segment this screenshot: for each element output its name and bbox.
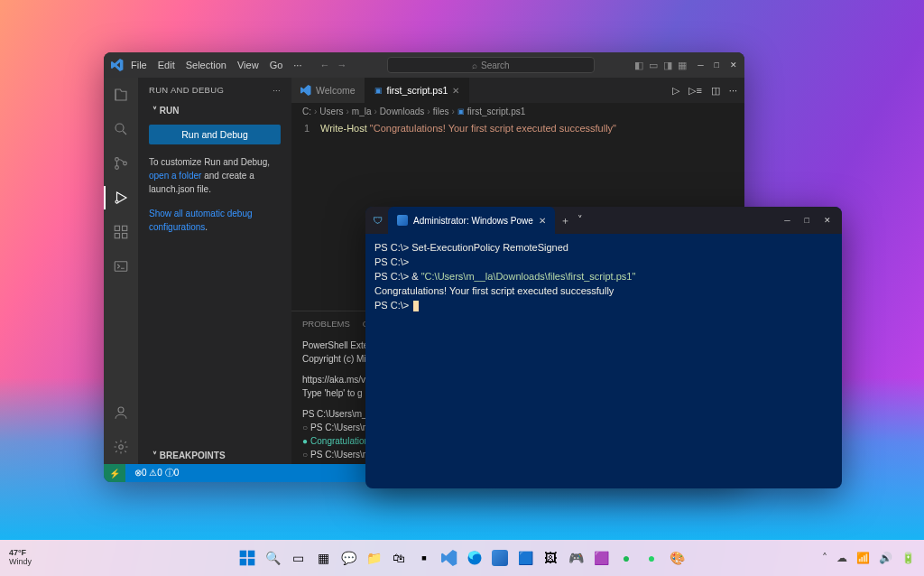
menu-more[interactable]: ··· bbox=[293, 60, 301, 70]
svg-point-2 bbox=[116, 166, 119, 170]
run-file-icon[interactable]: ▷ bbox=[672, 85, 679, 97]
run-section-header[interactable]: RUN bbox=[138, 102, 291, 119]
search-placeholder: Search bbox=[481, 60, 510, 70]
minimize-icon[interactable]: ─ bbox=[698, 60, 703, 70]
svg-rect-5 bbox=[115, 226, 119, 230]
svg-point-1 bbox=[116, 158, 119, 162]
chevron-up-icon[interactable]: ˄ bbox=[822, 552, 827, 564]
windows-taskbar[interactable]: 47°F Windy 🔍 ▭ ▦ 💬 📁 🛍 ▪ 🟦 🖼 🎮 🟪 ● ● 🎨 ˄… bbox=[0, 540, 924, 576]
task-view-icon[interactable]: ▭ bbox=[287, 547, 309, 569]
split-editor-icon[interactable]: ◫ bbox=[711, 85, 720, 97]
menu-file[interactable]: File bbox=[131, 60, 147, 70]
toggle-panel-bottom-icon[interactable]: ▭ bbox=[649, 60, 658, 71]
new-tab-icon[interactable]: ＋ bbox=[560, 214, 570, 228]
tab-label: first_script.ps1 bbox=[387, 85, 448, 96]
powershell-ext-icon[interactable] bbox=[111, 256, 131, 276]
run-and-debug-button[interactable]: Run and Debug bbox=[149, 125, 281, 144]
store-icon[interactable]: 🛍 bbox=[388, 547, 410, 569]
problems-status[interactable]: ⊗0 ⚠0 ⓘ0 bbox=[134, 467, 179, 479]
paint-icon[interactable]: 🎨 bbox=[666, 547, 688, 569]
run-debug-sidebar: RUN AND DEBUG··· RUN Run and Debug To cu… bbox=[138, 78, 291, 464]
maximize-icon[interactable]: □ bbox=[805, 216, 809, 225]
widgets-icon[interactable]: ▦ bbox=[312, 547, 334, 569]
svg-point-0 bbox=[116, 124, 124, 132]
spotify-icon[interactable]: ● bbox=[615, 547, 637, 569]
search-taskbar-icon[interactable]: 🔍 bbox=[262, 547, 283, 569]
chat-icon[interactable]: 💬 bbox=[337, 547, 359, 569]
svg-rect-8 bbox=[123, 226, 127, 230]
nav-arrows: ← → bbox=[319, 60, 346, 70]
menu-view[interactable]: View bbox=[237, 60, 259, 70]
explorer-icon[interactable] bbox=[111, 85, 131, 105]
menu-edit[interactable]: Edit bbox=[158, 60, 175, 70]
system-tray[interactable]: ˄ ☁ 📶 🔊 🔋 bbox=[822, 552, 915, 564]
layout-controls: ◧ ▭ ◨ ▦ bbox=[634, 60, 687, 71]
explorer-taskbar-icon[interactable]: 📁 bbox=[363, 547, 384, 569]
start-button[interactable] bbox=[236, 547, 258, 569]
wifi-icon[interactable]: 📶 bbox=[856, 552, 870, 564]
terminal-taskbar-icon[interactable]: ▪ bbox=[413, 547, 435, 569]
terminal-titlebar[interactable]: 🛡 Administrator: Windows Powe ✕ ＋ ˅ ─ □ … bbox=[365, 207, 842, 234]
nav-back-icon[interactable]: ← bbox=[319, 60, 329, 70]
search-activity-icon[interactable] bbox=[111, 119, 131, 139]
whatsapp-icon[interactable]: ● bbox=[641, 547, 662, 569]
tab-first-script[interactable]: ▣ first_script.ps1 ✕ bbox=[365, 78, 470, 103]
maximize-icon[interactable]: □ bbox=[715, 60, 719, 70]
terminal-tab[interactable]: Administrator: Windows Powe ✕ bbox=[388, 207, 555, 234]
powershell-icon bbox=[397, 215, 408, 226]
accounts-icon[interactable] bbox=[111, 403, 131, 423]
terminal-output[interactable]: PS C:\> Set-ExecutionPolicy RemoteSigned… bbox=[365, 234, 842, 488]
close-icon[interactable]: ✕ bbox=[730, 60, 737, 70]
windows-terminal-window: 🛡 Administrator: Windows Powe ✕ ＋ ˅ ─ □ … bbox=[365, 207, 842, 488]
tab-label: Welcome bbox=[316, 85, 356, 96]
extensions-icon[interactable] bbox=[111, 222, 131, 242]
toggle-panel-left-icon[interactable]: ◧ bbox=[634, 60, 643, 71]
powershell-file-icon: ▣ bbox=[374, 86, 383, 95]
sidebar-more-icon[interactable]: ··· bbox=[273, 85, 281, 95]
run-selection-icon[interactable]: ▷≡ bbox=[688, 85, 701, 97]
settings-gear-icon[interactable] bbox=[111, 437, 131, 457]
svg-rect-6 bbox=[115, 234, 119, 238]
open-folder-link[interactable]: open a folder bbox=[149, 171, 201, 181]
svg-rect-7 bbox=[123, 234, 127, 238]
close-icon[interactable]: ✕ bbox=[824, 216, 831, 225]
customize-layout-icon[interactable]: ▦ bbox=[678, 60, 687, 71]
vscode-logo-icon bbox=[111, 59, 124, 71]
breakpoints-section[interactable]: BREAKPOINTS bbox=[138, 447, 291, 464]
menu-go[interactable]: Go bbox=[270, 60, 283, 70]
clipchamp-icon[interactable]: 🟪 bbox=[590, 547, 612, 569]
xbox-icon[interactable]: 🎮 bbox=[565, 547, 587, 569]
edge-icon[interactable] bbox=[464, 547, 485, 569]
battery-icon[interactable]: 🔋 bbox=[901, 552, 915, 564]
app-icon[interactable]: 🟦 bbox=[514, 547, 536, 569]
powershell-taskbar-icon[interactable] bbox=[489, 547, 511, 569]
vscode-taskbar-icon[interactable] bbox=[439, 547, 460, 569]
breadcrumb[interactable]: C:› Users› m_la› Downloads› files› ▣ fir… bbox=[291, 103, 744, 119]
svg-rect-9 bbox=[115, 262, 127, 272]
panel-tab-problems[interactable]: PROBLEMS bbox=[302, 319, 350, 329]
line-number: 1 bbox=[291, 123, 320, 134]
vscode-titlebar[interactable]: File Edit Selection View Go ··· ← → ⌕ Se… bbox=[104, 52, 744, 78]
more-actions-icon[interactable]: ··· bbox=[729, 85, 737, 96]
nav-forward-icon[interactable]: → bbox=[337, 60, 346, 70]
show-all-configs-link[interactable]: Show all automatic debug configurations bbox=[149, 209, 253, 232]
weather-widget[interactable]: 47°F Windy bbox=[9, 549, 32, 567]
search-input[interactable]: ⌕ Search bbox=[387, 57, 595, 73]
toggle-panel-right-icon[interactable]: ◨ bbox=[663, 60, 672, 71]
volume-icon[interactable]: 🔊 bbox=[879, 552, 892, 564]
terminal-tab-label: Administrator: Windows Powe bbox=[413, 216, 533, 226]
close-tab-icon[interactable]: ✕ bbox=[452, 86, 459, 96]
source-control-icon[interactable] bbox=[111, 153, 131, 173]
tab-dropdown-icon[interactable]: ˅ bbox=[578, 214, 583, 228]
svg-point-10 bbox=[118, 407, 124, 413]
svg-point-3 bbox=[124, 162, 127, 165]
run-debug-icon[interactable] bbox=[111, 188, 131, 208]
photos-icon[interactable]: 🖼 bbox=[540, 547, 561, 569]
remote-icon[interactable]: ⚡ bbox=[104, 464, 125, 482]
close-terminal-tab-icon[interactable]: ✕ bbox=[539, 216, 546, 226]
minimize-icon[interactable]: ─ bbox=[784, 216, 790, 225]
onedrive-icon[interactable]: ☁ bbox=[836, 552, 847, 564]
menu-bar: File Edit Selection View Go ··· bbox=[131, 60, 301, 70]
tab-welcome[interactable]: Welcome bbox=[291, 78, 365, 103]
menu-selection[interactable]: Selection bbox=[186, 60, 226, 70]
